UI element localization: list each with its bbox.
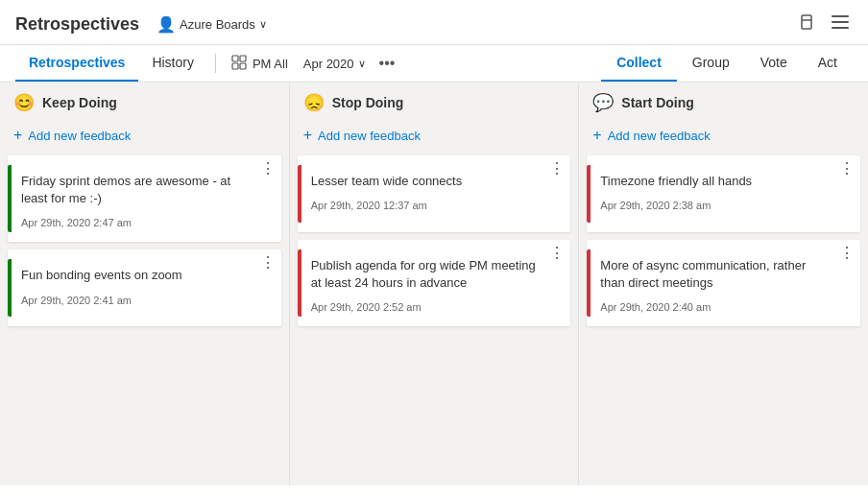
- card-start-doing-2: ⋮ More of async communication, rather th…: [587, 240, 860, 326]
- add-feedback-label-stop-doing: Add new feedback: [318, 129, 421, 143]
- card-text-2: Fun bonding events on zoom: [21, 267, 262, 284]
- column-header-keep-doing: 😊 Keep Doing: [0, 83, 289, 121]
- date-label: Apr 2020: [303, 57, 354, 71]
- svg-rect-5: [240, 56, 246, 61]
- card-content-2: ⋮ Fun bonding events on zoom Apr 29th, 2…: [12, 259, 270, 317]
- tab-group[interactable]: Group: [677, 45, 745, 82]
- column-title-keep-doing: Keep Doing: [42, 95, 117, 110]
- card-more-btn-5[interactable]: ⋮: [839, 161, 855, 177]
- add-feedback-label-start-doing: Add new feedback: [608, 129, 711, 143]
- nav-right: Collect Group Vote Act: [601, 45, 853, 82]
- card-content-6: ⋮ More of async communication, rather th…: [591, 249, 849, 317]
- card-more-btn-2[interactable]: ⋮: [260, 255, 276, 271]
- top-header: Retrospectives 👤 Azure Boards ∨: [0, 0, 868, 45]
- column-keep-doing: 😊 Keep Doing + Add new feedback ⋮ Friday…: [0, 83, 290, 485]
- tab-history[interactable]: History: [138, 45, 207, 82]
- card-content-5: ⋮ Timezone friendly all hands Apr 29th, …: [591, 165, 849, 223]
- menu-button[interactable]: [828, 12, 853, 36]
- board-label: PM All: [253, 57, 288, 71]
- tab-retrospectives[interactable]: Retrospectives: [15, 45, 138, 82]
- nav-bar: Retrospectives History PM All Apr 2020 ∨…: [0, 45, 868, 83]
- cards-stop-doing: ⋮ Lesser team wide connects Apr 29th, 20…: [290, 152, 579, 485]
- card-stop-doing-2: ⋮ Publish agenda for org wide PM meeting…: [298, 240, 571, 326]
- cards-start-doing: ⋮ Timezone friendly all hands Apr 29th, …: [579, 152, 868, 485]
- plus-icon-stop-doing: +: [303, 127, 312, 144]
- azure-boards-label: Azure Boards: [180, 17, 255, 32]
- column-stop-doing: 😞 Stop Doing + Add new feedback ⋮ Lesser…: [290, 83, 580, 485]
- card-keep-doing-1: ⋮ Friday sprint demos are awesome - at l…: [8, 155, 281, 242]
- date-chevron-icon: ∨: [358, 58, 366, 70]
- plus-icon-start-doing: +: [592, 127, 601, 144]
- card-stop-doing-1: ⋮ Lesser team wide connects Apr 29th, 20…: [298, 155, 571, 232]
- card-date-1: Apr 29th, 2020 2:47 am: [21, 217, 262, 228]
- bookmark-button[interactable]: [795, 10, 820, 38]
- card-date-3: Apr 29th, 2020 12:37 am: [311, 200, 552, 211]
- card-date-2: Apr 29th, 2020 2:41 am: [21, 295, 262, 306]
- column-header-stop-doing: 😞 Stop Doing: [290, 83, 579, 121]
- svg-rect-4: [232, 56, 238, 61]
- tab-collect[interactable]: Collect: [601, 45, 677, 82]
- svg-rect-2: [832, 21, 849, 23]
- card-content-4: ⋮ Publish agenda for org wide PM meeting…: [301, 249, 560, 317]
- more-options-button[interactable]: •••: [374, 53, 401, 74]
- card-date-4: Apr 29th, 2020 2:52 am: [311, 301, 552, 313]
- columns-container: 😊 Keep Doing + Add new feedback ⋮ Friday…: [0, 83, 868, 485]
- add-feedback-stop-doing[interactable]: + Add new feedback: [290, 121, 579, 152]
- card-text-4: Publish agenda for org wide PM meeting a…: [311, 257, 552, 292]
- header-left: Retrospectives 👤 Azure Boards ∨: [15, 13, 273, 36]
- card-date-6: Apr 29th, 2020 2:40 am: [600, 301, 841, 313]
- add-feedback-start-doing[interactable]: + Add new feedback: [579, 121, 868, 152]
- stop-doing-icon: 😞: [303, 92, 325, 113]
- column-header-start-doing: 💬 Start Doing: [579, 83, 868, 121]
- svg-rect-7: [240, 63, 246, 69]
- svg-rect-1: [832, 15, 849, 17]
- column-start-doing: 💬 Start Doing + Add new feedback ⋮ Timez…: [579, 83, 868, 485]
- card-text-6: More of async communication, rather than…: [600, 257, 841, 292]
- column-title-stop-doing: Stop Doing: [332, 95, 404, 110]
- date-selector-button[interactable]: Apr 2020 ∨: [296, 53, 374, 75]
- card-start-doing-1: ⋮ Timezone friendly all hands Apr 29th, …: [587, 155, 860, 232]
- board-selector-button[interactable]: PM All: [224, 51, 296, 77]
- card-text-1: Friday sprint demos are awesome - at lea…: [21, 173, 262, 207]
- person-icon: 👤: [157, 15, 176, 34]
- azure-boards-button[interactable]: 👤 Azure Boards ∨: [151, 13, 273, 36]
- card-date-5: Apr 29th, 2020 2:38 am: [600, 200, 841, 211]
- card-text-5: Timezone friendly all hands: [600, 173, 841, 190]
- card-more-btn-1[interactable]: ⋮: [260, 161, 276, 177]
- svg-rect-6: [232, 63, 238, 69]
- app-title: Retrospectives: [15, 14, 139, 35]
- card-more-btn-3[interactable]: ⋮: [549, 161, 565, 177]
- tab-act[interactable]: Act: [803, 45, 853, 82]
- card-keep-doing-2: ⋮ Fun bonding events on zoom Apr 29th, 2…: [8, 249, 281, 326]
- nav-left: Retrospectives History PM All Apr 2020 ∨…: [15, 45, 400, 82]
- nav-divider: [215, 54, 216, 73]
- plus-icon-keep-doing: +: [13, 127, 22, 144]
- column-title-start-doing: Start Doing: [621, 95, 693, 110]
- tab-vote[interactable]: Vote: [745, 45, 803, 82]
- card-text-3: Lesser team wide connects: [311, 173, 552, 190]
- start-doing-icon: 💬: [592, 92, 614, 113]
- svg-rect-0: [802, 15, 811, 29]
- card-content-1: ⋮ Friday sprint demos are awesome - at l…: [12, 165, 270, 232]
- card-more-btn-6[interactable]: ⋮: [839, 246, 855, 261]
- add-feedback-label-keep-doing: Add new feedback: [28, 129, 131, 143]
- chevron-down-icon: ∨: [259, 18, 267, 31]
- card-more-btn-4[interactable]: ⋮: [549, 246, 565, 261]
- card-content-3: ⋮ Lesser team wide connects Apr 29th, 20…: [301, 165, 560, 223]
- cards-keep-doing: ⋮ Friday sprint demos are awesome - at l…: [0, 152, 289, 485]
- keep-doing-icon: 😊: [13, 92, 35, 113]
- header-right: [795, 10, 853, 38]
- board-icon: [231, 55, 247, 73]
- add-feedback-keep-doing[interactable]: + Add new feedback: [0, 121, 289, 152]
- svg-rect-3: [832, 27, 849, 29]
